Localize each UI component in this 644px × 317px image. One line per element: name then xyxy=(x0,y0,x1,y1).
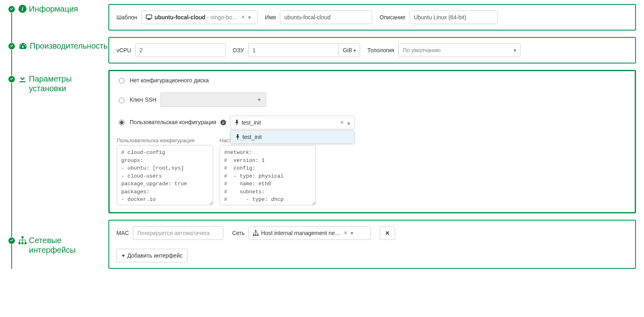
caret-down-icon: ▾ xyxy=(354,48,356,53)
svg-rect-9 xyxy=(255,230,257,232)
user-config-textarea[interactable] xyxy=(117,145,213,205)
ssh-key-label: Ключ SSH xyxy=(130,96,157,103)
svg-rect-2 xyxy=(22,236,24,238)
plus-icon: + xyxy=(122,252,125,259)
caret-down-icon: ▾ xyxy=(514,47,516,53)
remove-iface-button[interactable]: ✕ xyxy=(380,226,395,240)
step-net[interactable]: Сетевые интерфейсы xyxy=(7,235,108,255)
svg-rect-4 xyxy=(22,242,24,244)
net-config-textarea[interactable] xyxy=(220,145,316,205)
desc-label: Описание xyxy=(379,14,405,20)
template-label: Шаблон xyxy=(116,14,137,20)
network-label: Сеть xyxy=(232,230,245,236)
svg-rect-3 xyxy=(18,242,20,244)
svg-text:i: i xyxy=(22,6,23,12)
sitemap-icon xyxy=(253,230,259,236)
svg-rect-8 xyxy=(147,20,151,20)
desc-input[interactable] xyxy=(410,10,498,24)
topology-select[interactable]: По умолчанию ▾ xyxy=(398,43,521,57)
pin-icon xyxy=(234,120,239,125)
step-install-label: Параметры установки xyxy=(29,74,108,93)
step-info-label: Информация xyxy=(29,4,78,14)
step-perf[interactable]: Производительность xyxy=(7,41,108,62)
check-icon xyxy=(8,76,15,83)
vcpu-label: vCPU xyxy=(116,47,131,53)
check-icon xyxy=(8,6,15,13)
svg-rect-12 xyxy=(257,235,259,236)
vcpu-input[interactable] xyxy=(135,43,226,57)
close-icon: ✕ xyxy=(385,230,390,236)
clear-icon[interactable]: × xyxy=(339,119,344,126)
ram-label: ОЗУ xyxy=(233,47,244,53)
user-config-label: Пользовательска конфигурация xyxy=(117,137,213,143)
svg-rect-10 xyxy=(253,235,255,236)
wizard-steps: i Информация Производительность xyxy=(4,4,108,269)
step-install[interactable]: Параметры установки xyxy=(7,74,108,223)
mac-input[interactable] xyxy=(133,226,223,240)
config-dropdown-menu: test_init xyxy=(230,130,355,144)
svg-rect-6 xyxy=(146,15,152,18)
no-config-label: Нет конфигурационного диска xyxy=(130,77,209,84)
check-icon xyxy=(8,237,15,244)
config-option[interactable]: test_init xyxy=(230,131,354,143)
svg-rect-5 xyxy=(24,242,26,244)
svg-rect-7 xyxy=(148,19,150,20)
info-icon: i xyxy=(18,5,26,13)
caret-down-icon[interactable]: ▾ xyxy=(351,230,353,236)
plus-icon: + xyxy=(258,96,261,103)
ssh-key-input[interactable] xyxy=(161,92,253,107)
clear-icon[interactable]: × xyxy=(240,14,246,21)
panel-info: Шаблон ubuntu-focal-cloud - oingo-bo… × … xyxy=(108,4,636,31)
radio-no-config[interactable] xyxy=(119,78,124,84)
radio-custom-config[interactable] xyxy=(119,120,124,125)
panel-perf: vCPU ОЗУ GiB ▾ Топология По умолчанию ▾ xyxy=(108,37,636,63)
sitemap-icon xyxy=(18,236,26,244)
caret-up-icon[interactable]: ▴ xyxy=(347,119,350,126)
custom-config-label: Пользовательская конфигурация xyxy=(130,119,216,125)
network-select[interactable]: Host internal management ne… × ▾ xyxy=(249,226,371,240)
ram-input[interactable] xyxy=(248,43,338,57)
step-perf-label: Производительность xyxy=(30,41,108,51)
info-icon: i xyxy=(220,120,226,125)
step-net-label: Сетевые интерфейсы xyxy=(29,235,108,255)
ram-unit-select[interactable]: GiB ▾ xyxy=(338,43,360,57)
name-label: Имя xyxy=(265,14,276,20)
add-ssh-key-button[interactable]: + xyxy=(253,92,266,107)
config-template-select[interactable]: test_init × ▴ xyxy=(230,116,355,129)
panel-install: Нет конфигурационного диска Ключ SSH + П… xyxy=(108,70,636,213)
pin-icon xyxy=(235,134,240,140)
panel-net: MAC Сеть Host internal management ne… × … xyxy=(108,220,636,269)
add-iface-button[interactable]: + Добавить интерфейс xyxy=(116,249,187,262)
step-info[interactable]: i Информация xyxy=(7,4,108,29)
radio-ssh-key[interactable] xyxy=(119,98,124,103)
mac-label: MAC xyxy=(116,230,129,236)
download-icon xyxy=(18,75,26,83)
check-icon xyxy=(8,43,15,50)
tachometer-icon xyxy=(18,42,27,50)
clear-icon[interactable]: × xyxy=(343,229,348,237)
caret-down-icon[interactable]: ▾ xyxy=(248,14,251,20)
svg-rect-11 xyxy=(255,235,257,236)
template-select[interactable]: ubuntu-focal-cloud - oingo-bo… × ▾ xyxy=(141,10,258,24)
topo-label: Топология xyxy=(367,47,394,53)
desktop-icon xyxy=(146,14,152,20)
name-input[interactable] xyxy=(280,10,372,24)
